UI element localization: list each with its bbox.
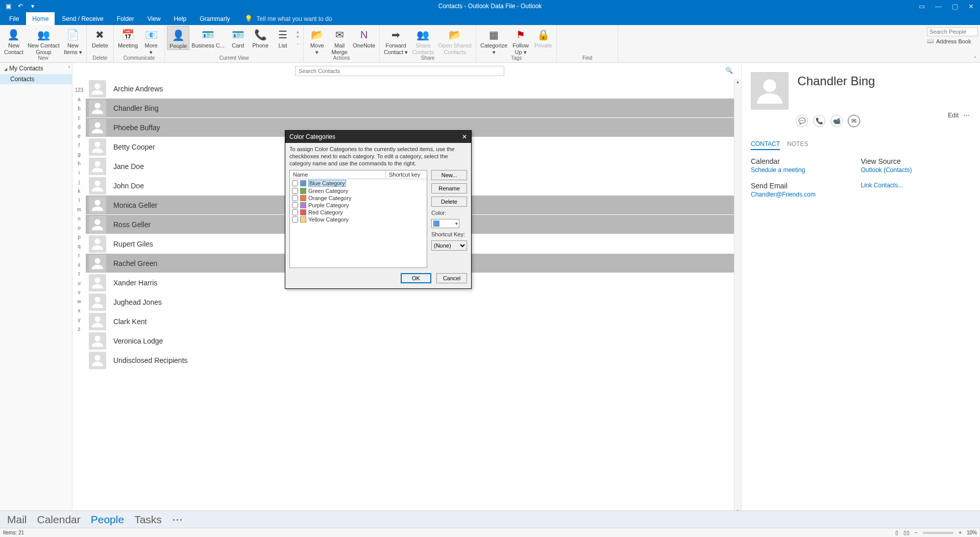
zoom-out-icon[interactable]: − bbox=[915, 530, 918, 535]
maximize-icon[interactable]: ▢ bbox=[952, 3, 958, 10]
categorize-button[interactable]: ▦Categorize▾ bbox=[478, 26, 509, 55]
undo-icon[interactable]: ↶ bbox=[16, 2, 24, 10]
address-book-button[interactable]: 📖Address Book bbox=[927, 38, 978, 44]
nav-people[interactable]: People bbox=[91, 514, 124, 526]
alpha-c[interactable]: c bbox=[78, 115, 81, 120]
nav-calendar[interactable]: Calendar bbox=[37, 514, 81, 526]
tab-home[interactable]: Home bbox=[26, 12, 55, 25]
contact-row[interactable]: Clark Kent bbox=[86, 312, 741, 331]
schedule-meeting-link[interactable]: Schedule a meeting bbox=[751, 166, 861, 174]
category-checkbox[interactable] bbox=[292, 202, 298, 208]
alpha-u[interactable]: u bbox=[78, 280, 81, 286]
alpha-n[interactable]: n bbox=[78, 216, 81, 222]
tab-notes[interactable]: NOTES bbox=[787, 140, 808, 150]
alpha-z[interactable]: z bbox=[78, 326, 81, 332]
qat-more-icon[interactable]: ▾ bbox=[29, 2, 37, 10]
view-source-link[interactable]: Outlook (Contacts) bbox=[861, 166, 971, 174]
tab-contact[interactable]: CONTACT bbox=[751, 140, 780, 150]
alpha-x[interactable]: x bbox=[78, 308, 81, 313]
alpha-t[interactable]: t bbox=[79, 271, 80, 277]
category-row[interactable]: Red Category bbox=[290, 209, 427, 216]
alpha-123[interactable]: 123 bbox=[75, 87, 84, 93]
alpha-g[interactable]: g bbox=[78, 152, 81, 157]
scrollbar[interactable]: ▴ ▾ bbox=[734, 79, 741, 516]
more-button[interactable]: 📧More▾ bbox=[140, 26, 162, 55]
mail-merge-button[interactable]: ✉MailMerge bbox=[328, 26, 351, 55]
minimize-icon[interactable]: — bbox=[935, 3, 942, 10]
alpha-w[interactable]: w bbox=[77, 299, 81, 304]
view-card-button[interactable]: 🪪Card bbox=[227, 26, 249, 49]
category-checkbox[interactable] bbox=[292, 216, 298, 223]
tab-file[interactable]: File bbox=[3, 12, 25, 25]
alpha-p[interactable]: p bbox=[78, 234, 81, 240]
nav-mail[interactable]: Mail bbox=[7, 514, 27, 526]
category-row[interactable]: Purple Category bbox=[290, 202, 427, 209]
view-list-button[interactable]: ☰List bbox=[272, 26, 294, 49]
call-action-icon[interactable]: 📞 bbox=[813, 115, 825, 127]
alpha-s[interactable]: s bbox=[78, 262, 81, 267]
view-business-card-button[interactable]: 🪪Business C... bbox=[189, 26, 227, 49]
new-contact-group-button[interactable]: 👥New ContactGroup bbox=[26, 26, 62, 55]
nav-more-icon[interactable]: ⋯ bbox=[172, 514, 183, 526]
category-checkbox[interactable] bbox=[292, 195, 298, 201]
tab-send-receive[interactable]: Send / Receive bbox=[56, 12, 109, 25]
collapse-folder-pane-icon[interactable]: ‹ bbox=[68, 64, 70, 69]
category-checkbox[interactable] bbox=[292, 188, 298, 194]
alpha-f[interactable]: f bbox=[79, 142, 80, 148]
view-gallery-spinner[interactable]: ▴▾⎯ bbox=[294, 26, 301, 47]
chat-action-icon[interactable]: 💬 bbox=[796, 115, 808, 127]
link-contacts-link[interactable]: Link Contacts... bbox=[861, 182, 971, 189]
category-checkbox[interactable] bbox=[292, 209, 298, 215]
alpha-i[interactable]: i bbox=[79, 170, 80, 176]
alpha-j[interactable]: j bbox=[79, 179, 80, 185]
cancel-button[interactable]: Cancel bbox=[436, 273, 467, 283]
category-row[interactable]: Green Category bbox=[290, 187, 427, 194]
rename-category-button[interactable]: Rename bbox=[431, 183, 467, 193]
move-button[interactable]: 📂Move▾ bbox=[306, 26, 328, 55]
alpha-q[interactable]: q bbox=[78, 243, 81, 249]
alpha-k[interactable]: k bbox=[78, 188, 81, 194]
alpha-b[interactable]: b bbox=[78, 106, 81, 111]
color-dropdown[interactable] bbox=[431, 219, 459, 228]
more-options-icon[interactable]: ⋯ bbox=[964, 112, 970, 119]
zoom-slider[interactable] bbox=[923, 532, 953, 534]
alpha-m[interactable]: m bbox=[77, 207, 81, 212]
email-action-icon[interactable]: ✉ bbox=[848, 115, 860, 127]
close-icon[interactable]: ✕ bbox=[968, 3, 974, 10]
contact-row[interactable]: Archie Andrews bbox=[86, 79, 741, 99]
ribbon-display-icon[interactable]: ▭ bbox=[919, 3, 925, 10]
nav-tasks[interactable]: Tasks bbox=[134, 514, 162, 526]
ok-button[interactable]: OK bbox=[401, 273, 431, 283]
contact-row[interactable]: Veronica Lodge bbox=[86, 331, 741, 351]
delete-button[interactable]: ✖Delete bbox=[89, 26, 111, 49]
contact-email-link[interactable]: Chandler@Friends.com bbox=[751, 191, 861, 198]
contact-row[interactable]: Jughead Jones bbox=[86, 292, 741, 312]
alpha-y[interactable]: y bbox=[78, 317, 81, 323]
new-contact-button[interactable]: 👤NewContact bbox=[2, 26, 26, 55]
my-contacts-heading[interactable]: My Contacts bbox=[0, 63, 72, 74]
search-contacts-input[interactable] bbox=[295, 66, 504, 76]
outlook-icon[interactable]: ▣ bbox=[4, 2, 12, 10]
tab-help[interactable]: Help bbox=[168, 12, 193, 25]
alpha-e[interactable]: e bbox=[78, 133, 81, 139]
alpha-v[interactable]: v bbox=[78, 289, 81, 295]
delete-category-button[interactable]: Delete bbox=[431, 197, 467, 207]
alpha-o[interactable]: o bbox=[78, 225, 81, 231]
view-phone-button[interactable]: 📞Phone bbox=[249, 26, 272, 49]
forward-contact-button[interactable]: ➡ForwardContact ▾ bbox=[382, 26, 410, 55]
view-people-button[interactable]: 👤People bbox=[167, 26, 189, 50]
zoom-in-icon[interactable]: + bbox=[959, 530, 962, 535]
meeting-button[interactable]: 📅Meeting bbox=[116, 26, 140, 49]
alpha-r[interactable]: r bbox=[78, 253, 80, 258]
alpha-a[interactable]: a bbox=[78, 96, 81, 102]
tab-grammarly[interactable]: Grammarly bbox=[193, 12, 236, 25]
tab-folder[interactable]: Folder bbox=[111, 12, 140, 25]
onenote-button[interactable]: NOneNote bbox=[351, 26, 377, 49]
new-items-button[interactable]: 📄NewItems ▾ bbox=[62, 26, 84, 55]
category-row[interactable]: Orange Category bbox=[290, 194, 427, 202]
new-category-button[interactable]: New... bbox=[431, 170, 467, 180]
collapse-ribbon-icon[interactable]: ⌃ bbox=[973, 56, 977, 61]
video-action-icon[interactable]: 📹 bbox=[830, 115, 843, 127]
edit-link[interactable]: Edit bbox=[948, 112, 959, 119]
search-icon[interactable]: 🔍 bbox=[725, 67, 733, 74]
